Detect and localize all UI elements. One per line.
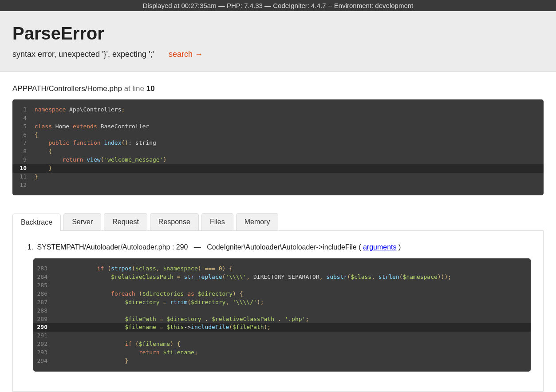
code-line: 9 return view('welcome_message') (12, 156, 544, 164)
error-header: ParseError syntax error, unexpected '}',… (0, 11, 556, 72)
error-title: ParseError (12, 24, 544, 44)
code-line: 283 if (strpos($class, $namespace) === 0… (33, 265, 531, 273)
source-path: APPPATH/Controllers/Home.php (12, 84, 122, 93)
code-line: 285 (33, 281, 531, 290)
code-line: 292 if ($filename) { (33, 340, 531, 348)
code-line: 286 foreach ($directories as $directory)… (33, 290, 531, 298)
error-message: syntax error, unexpected '}', expecting … (12, 50, 154, 59)
backtrace-num: 1. (25, 243, 33, 251)
code-line: 287 $directory = rtrim($directory, '\\\\… (33, 298, 531, 307)
backtrace-sep: — (194, 243, 201, 251)
source-file-line: APPPATH/Controllers/Home.php at line 10 (12, 84, 544, 93)
backtrace-call: CodeIgniter\Autoloader\Autoloader->inclu… (207, 243, 357, 251)
code-line: 7 public function index(): string (12, 139, 544, 147)
tab-content-backtrace: 1. SYSTEMPATH/Autoloader/Autoloader.php … (12, 231, 544, 391)
code-line: 5 class Home extends BaseController (12, 123, 544, 131)
backtrace-item: 1. SYSTEMPATH/Autoloader/Autoloader.php … (25, 243, 531, 371)
backtrace-path: SYSTEMPATH/Autoloader/Autoloader.php : 2… (37, 243, 188, 251)
tab-memory[interactable]: Memory (236, 213, 279, 230)
code-line: 8 { (12, 147, 544, 156)
code-line: 284 $relativeClassPath = str_replace('\\… (33, 273, 531, 281)
code-line: 293 return $filename; (33, 348, 531, 357)
code-line-highlighted: 10 } (12, 164, 544, 173)
tab-backtrace[interactable]: Backtrace (12, 214, 61, 231)
tab-request[interactable]: Request (104, 213, 147, 230)
tab-response[interactable]: Response (150, 213, 199, 230)
tab-files[interactable]: Files (201, 213, 233, 230)
source-code-block: 3 namespace App\Controllers; 4 5 class H… (12, 99, 544, 195)
at-line-label: at line (124, 84, 146, 93)
code-line: 291 (33, 332, 531, 340)
tabs-container: Backtrace Server Request Response Files … (12, 213, 544, 391)
code-line: 294 } (33, 357, 531, 365)
code-line: 12 (12, 181, 544, 190)
backtrace-line: 1. SYSTEMPATH/Autoloader/Autoloader.php … (25, 243, 531, 251)
env-topbar: Displayed at 00:27:35am — PHP: 7.4.33 — … (0, 0, 556, 11)
code-line-highlighted: 290 $filename = $this->includeFile($file… (33, 323, 531, 332)
code-line: 289 $filePath = $directory . $relativeCl… (33, 315, 531, 324)
tab-server[interactable]: Server (63, 213, 101, 230)
code-line: 11 } (12, 173, 544, 181)
code-line: 288 (33, 307, 531, 315)
code-line: 4 (12, 114, 544, 123)
arguments-link[interactable]: arguments (363, 243, 397, 251)
tablist: Backtrace Server Request Response Files … (12, 213, 544, 231)
backtrace-code-block: 283 if (strpos($class, $namespace) === 0… (33, 258, 531, 371)
code-line: 3 namespace App\Controllers; (12, 106, 544, 114)
code-line: 6 { (12, 131, 544, 139)
search-link[interactable]: search → (169, 50, 203, 59)
main-container: APPPATH/Controllers/Home.php at line 10 … (0, 72, 556, 392)
source-line-num: 10 (146, 84, 155, 93)
